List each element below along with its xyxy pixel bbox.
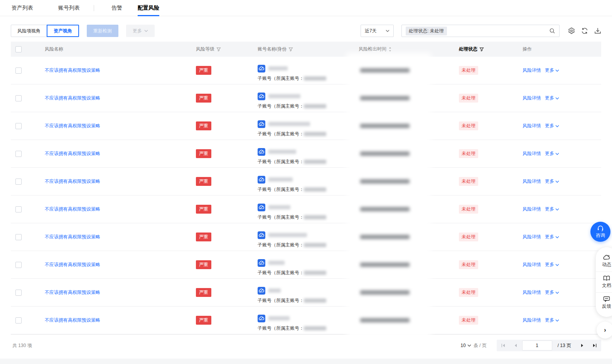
detect-time-redacted: [360, 235, 410, 239]
row-more-link[interactable]: 更多: [545, 123, 559, 129]
row-more-link[interactable]: 更多: [545, 95, 559, 101]
risk-detail-link[interactable]: 风险详情: [523, 95, 541, 101]
docs-button[interactable]: 文档: [596, 271, 612, 292]
risk-detail-link[interactable]: 风险详情: [523, 206, 541, 212]
consult-button[interactable]: 咨询: [590, 222, 610, 242]
first-page-button[interactable]: [497, 340, 509, 351]
download-icon[interactable]: [594, 27, 601, 34]
owner-account-redacted: [304, 271, 326, 275]
toolbar: 风险项视角 资产视角 重新检测 更多 近7天 处理状态: 未处理: [11, 25, 601, 37]
risk-detail-link[interactable]: 风险详情: [523, 67, 541, 74]
row-more-link[interactable]: 更多: [545, 289, 559, 296]
risk-name-link[interactable]: 不应该拥有高权限预设策略: [45, 317, 100, 324]
table-row: 不应该拥有高权限预设策略 严重 子账号（所属主账号： 未处理 风险详情 更多: [11, 57, 601, 84]
page-number-input[interactable]: 1: [522, 340, 552, 351]
page-size-select[interactable]: 10 条 / 页: [460, 342, 486, 349]
open-book-icon: [603, 275, 610, 281]
risk-table: 风险名称 风险等级 账号名称/身份 风险检出时间 处理状态 操作 不应该拥有高权…: [11, 42, 601, 334]
account-type-label: 子账号（所属主账号：: [258, 103, 304, 110]
status-badge: 未处理: [459, 149, 478, 158]
table-row: 不应该拥有高权限预设策略 严重 子账号（所属主账号： 未处理 风险详情 更多: [11, 140, 601, 168]
row-checkbox[interactable]: [15, 95, 22, 101]
date-range-select[interactable]: 近7天: [361, 25, 394, 37]
tab-alerts[interactable]: 告警: [111, 0, 122, 16]
row-checkbox[interactable]: [15, 317, 22, 324]
prev-page-button[interactable]: [510, 340, 521, 351]
row-checkbox[interactable]: [15, 262, 22, 268]
row-checkbox[interactable]: [15, 290, 22, 296]
account-type-label: 子账号（所属主账号：: [258, 131, 304, 137]
risk-detail-link[interactable]: 风险详情: [523, 178, 541, 185]
risk-name-link[interactable]: 不应该拥有高权限预设策略: [45, 234, 100, 240]
risk-detail-link[interactable]: 风险详情: [523, 289, 541, 296]
risk-name-link[interactable]: 不应该拥有高权限预设策略: [45, 206, 100, 212]
severity-badge: 严重: [196, 233, 211, 241]
news-button[interactable]: 动态: [596, 251, 612, 271]
risk-name-link[interactable]: 不应该拥有高权限预设策略: [45, 178, 100, 185]
risk-name-link[interactable]: 不应该拥有高权限预设策略: [45, 289, 100, 296]
row-checkbox[interactable]: [15, 206, 22, 212]
more-button[interactable]: 更多: [126, 25, 155, 37]
account-name-redacted: [268, 122, 310, 126]
risk-name-link[interactable]: 不应该拥有高权限预设策略: [45, 123, 100, 129]
risk-name-link[interactable]: 不应该拥有高权限预设策略: [45, 261, 100, 268]
cloud-subaccount-icon: [258, 315, 265, 322]
risk-detail-link[interactable]: 风险详情: [523, 234, 541, 240]
row-checkbox[interactable]: [15, 151, 22, 157]
risk-detail-link[interactable]: 风险详情: [523, 123, 541, 129]
severity-badge: 严重: [196, 177, 211, 186]
detect-time-redacted: [360, 124, 410, 128]
risk-item-view-button[interactable]: 风险项视角: [11, 25, 47, 37]
top-tab-bar: 资产列表 账号列表 告警 配置风险: [0, 0, 612, 16]
search-icon[interactable]: [549, 28, 555, 34]
feedback-button[interactable]: 反馈: [596, 292, 612, 313]
risk-name-link[interactable]: 不应该拥有高权限预设策略: [45, 67, 100, 74]
select-all-checkbox[interactable]: [15, 46, 22, 52]
refresh-icon[interactable]: [581, 27, 588, 34]
row-more-link[interactable]: 更多: [545, 317, 559, 324]
asset-view-button[interactable]: 资产视角: [47, 25, 79, 37]
row-checkbox[interactable]: [15, 123, 22, 129]
row-more-link[interactable]: 更多: [545, 178, 559, 185]
detect-time-redacted: [360, 290, 410, 295]
row-more-link[interactable]: 更多: [545, 234, 559, 240]
chevron-down-icon: [555, 153, 559, 155]
tab-asset-list[interactable]: 资产列表: [12, 0, 33, 16]
risk-name-link[interactable]: 不应该拥有高权限预设策略: [45, 95, 100, 101]
floating-side-toolbar: 咨询 动态 文档 反馈 ›: [585, 222, 612, 339]
row-checkbox[interactable]: [15, 179, 22, 185]
row-more-link[interactable]: 更多: [545, 67, 559, 74]
bottom-strip: [0, 359, 612, 364]
table-header-row: 风险名称 风险等级 账号名称/身份 风险检出时间 处理状态 操作: [11, 42, 601, 57]
settings-gear-icon[interactable]: [568, 27, 575, 34]
collapse-side-toolbar-button[interactable]: ›: [597, 322, 612, 339]
risk-name-link[interactable]: 不应该拥有高权限预设策略: [45, 150, 100, 157]
last-page-button[interactable]: [589, 340, 600, 351]
row-more-link[interactable]: 更多: [545, 150, 559, 157]
risk-detail-link[interactable]: 风险详情: [523, 317, 541, 324]
filter-funnel-icon[interactable]: [216, 47, 221, 52]
detect-time-redacted: [360, 263, 410, 267]
owner-account-redacted: [304, 187, 326, 192]
header-operation: 操作: [523, 46, 601, 52]
row-checkbox[interactable]: [15, 67, 22, 74]
row-more-link[interactable]: 更多: [545, 206, 559, 212]
news-label: 动态: [602, 261, 611, 268]
tab-config-risk[interactable]: 配置风险: [138, 0, 159, 16]
redetect-button[interactable]: 重新检测: [87, 25, 118, 37]
filter-funnel-icon[interactable]: [479, 47, 484, 52]
cloud-subaccount-icon: [258, 259, 265, 267]
page-size-value: 10: [460, 343, 465, 348]
risk-detail-link[interactable]: 风险详情: [523, 150, 541, 157]
row-checkbox[interactable]: [15, 234, 22, 240]
table-footer: 共 130 项 10 条 / 页 1 / 13 页: [11, 334, 601, 357]
sort-icon[interactable]: [388, 47, 392, 52]
risk-detail-link[interactable]: 风险详情: [523, 261, 541, 268]
search-input[interactable]: 处理状态: 未处理: [401, 25, 560, 37]
row-more-link[interactable]: 更多: [545, 261, 559, 268]
filter-tag[interactable]: 处理状态: 未处理: [406, 27, 447, 35]
tab-account-list[interactable]: 账号列表: [58, 0, 80, 16]
filter-funnel-icon[interactable]: [288, 47, 293, 52]
row-more-label: 更多: [545, 234, 554, 240]
next-page-button[interactable]: [577, 340, 588, 351]
